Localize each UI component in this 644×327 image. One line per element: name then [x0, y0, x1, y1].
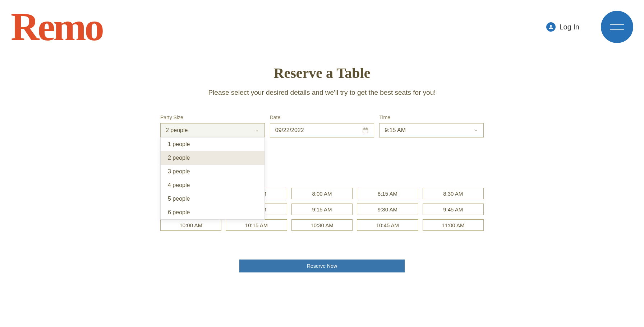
page-subtitle: Please select your desired details and w… [160, 89, 484, 97]
dropdown-option[interactable]: 4 people [161, 178, 264, 192]
form-row: Party Size 2 people 1 people 2 people 3 … [160, 115, 484, 137]
date-group: Date 09/22/2022 [270, 115, 374, 137]
menu-button[interactable] [601, 11, 633, 43]
page-title: Reserve a Table [160, 65, 484, 81]
time-slot[interactable]: 8:15 AM [357, 188, 418, 199]
time-slot[interactable]: 10:45 AM [357, 219, 418, 231]
time-slot[interactable]: 8:30 AM [423, 188, 484, 199]
time-group: Time 9:15 AM [379, 115, 484, 137]
login-button[interactable]: Log In [546, 22, 579, 32]
party-size-select[interactable]: 2 people [160, 123, 265, 137]
dropdown-option[interactable]: 3 people [161, 165, 264, 178]
time-slot[interactable]: 9:15 AM [291, 204, 353, 215]
date-input[interactable]: 09/22/2022 [270, 123, 374, 137]
chevron-down-icon [473, 128, 478, 133]
party-size-group: Party Size 2 people 1 people 2 people 3 … [160, 115, 265, 137]
time-slot[interactable]: 11:00 AM [423, 219, 484, 231]
menu-line [610, 27, 624, 27]
dropdown-option[interactable]: 5 people [161, 192, 264, 206]
svg-rect-0 [363, 128, 368, 133]
time-slot[interactable]: 10:30 AM [291, 219, 353, 231]
dropdown-option[interactable]: 1 people [161, 137, 264, 151]
reserve-button[interactable]: Reserve Now [239, 260, 405, 272]
time-slot[interactable]: 9:45 AM [423, 204, 484, 215]
header-right: Log In [546, 11, 633, 43]
date-label: Date [270, 115, 374, 120]
time-slot[interactable]: 10:00 AM [160, 219, 221, 231]
dropdown-option[interactable]: 2 people [161, 151, 264, 165]
chevron-up-icon [254, 128, 259, 133]
time-label: Time [379, 115, 484, 120]
time-slot[interactable]: 8:00 AM [291, 188, 353, 199]
time-slot[interactable]: 9:30 AM [357, 204, 418, 215]
time-slot[interactable]: 10:15 AM [226, 219, 287, 231]
date-value: 09/22/2022 [275, 127, 304, 134]
logo[interactable]: Remo [11, 7, 102, 47]
menu-line [610, 24, 624, 25]
time-select[interactable]: 9:15 AM [379, 123, 484, 137]
login-label: Log In [559, 23, 579, 31]
party-size-value: 2 people [166, 127, 188, 134]
content: Reserve a Table Please select your desir… [160, 65, 484, 272]
party-size-dropdown: 1 people 2 people 3 people 4 people 5 pe… [160, 137, 265, 220]
time-value: 9:15 AM [385, 127, 406, 134]
header: Remo Log In [0, 0, 644, 54]
menu-line [610, 29, 624, 30]
dropdown-option[interactable]: 6 people [161, 206, 264, 219]
calendar-icon [362, 127, 369, 134]
party-size-label: Party Size [160, 115, 265, 120]
user-icon [546, 22, 556, 32]
